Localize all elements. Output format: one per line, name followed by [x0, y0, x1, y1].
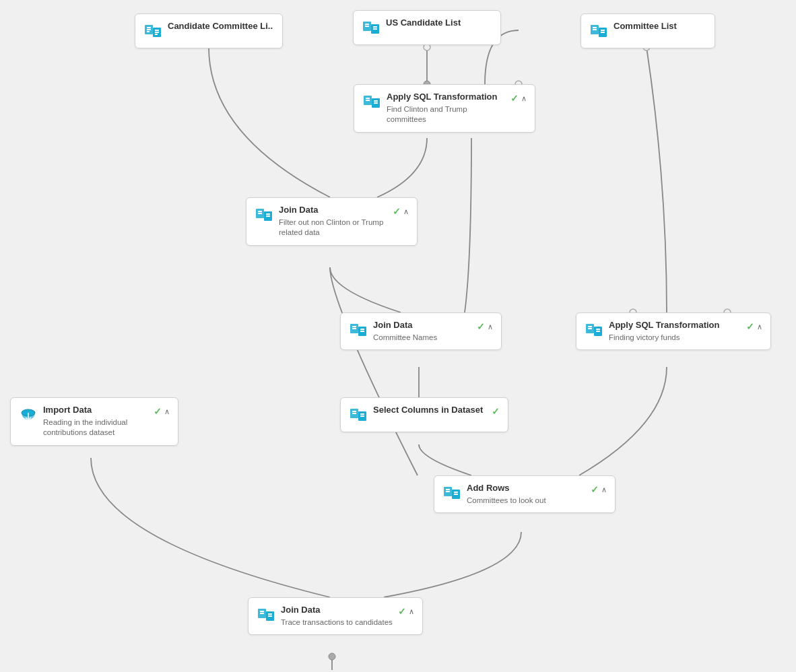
dataset-icon [143, 22, 162, 41]
chevron-icon-2[interactable]: ∧ [403, 207, 409, 216]
node-join-filter-actions: ✓ ∧ [393, 206, 409, 217]
check-icon-3: ✓ [477, 321, 485, 332]
svg-rect-56 [360, 415, 364, 417]
svg-rect-50 [596, 331, 600, 332]
svg-rect-37 [266, 213, 270, 215]
check-icon-2: ✓ [393, 206, 401, 217]
svg-rect-38 [266, 215, 270, 217]
svg-rect-67 [260, 611, 264, 612]
dataset-icon-3 [589, 22, 608, 41]
node-add-rows-subtitle: Committees to look out [467, 496, 585, 506]
join-trace-icon [257, 606, 275, 625]
workflow-canvas: Candidate Committee Li.. US Candidate Li… [0, 0, 796, 672]
svg-rect-68 [260, 613, 264, 614]
svg-rect-70 [268, 613, 272, 615]
node-committee-list-content: Committee List [613, 21, 706, 32]
chevron-icon-3[interactable]: ∧ [488, 323, 493, 331]
svg-rect-31 [374, 100, 378, 102]
node-join-data-committee[interactable]: Join Data Committee Names ✓ ∧ [340, 312, 502, 350]
svg-rect-44 [360, 331, 364, 332]
svg-rect-20 [373, 28, 377, 30]
svg-rect-55 [360, 413, 364, 415]
select-icon [349, 406, 368, 425]
node-import-title: Import Data [43, 405, 148, 416]
node-join-committee-content: Join Data Committee Names [373, 320, 471, 343]
svg-rect-9 [147, 29, 151, 30]
svg-rect-35 [258, 213, 262, 214]
node-apply-sql-1-content: Apply SQL Transformation Find Clinton an… [387, 92, 505, 125]
node-join-trace-actions: ✓ ∧ [398, 606, 414, 617]
chevron-icon-7[interactable]: ∧ [601, 485, 607, 494]
chevron-icon-6[interactable]: ∧ [164, 407, 170, 416]
svg-rect-12 [155, 30, 159, 31]
svg-rect-52 [352, 411, 356, 412]
node-select-columns-actions: ✓ [492, 406, 500, 417]
node-candidate-committee-title: Candidate Committee Li.. [168, 21, 274, 32]
node-apply-sql-2-subtitle: Finding victory funds [609, 333, 741, 343]
svg-rect-14 [155, 34, 158, 35]
node-join-committee-title: Join Data [373, 320, 471, 331]
svg-rect-13 [155, 32, 159, 33]
node-import-data[interactable]: Import Data Reading in the individual co… [10, 397, 178, 446]
node-apply-sql-1-actions: ✓ ∧ [510, 93, 527, 104]
dataset-icon-2 [362, 19, 380, 38]
join-icon-1 [255, 206, 273, 225]
svg-rect-25 [601, 30, 605, 31]
node-candidate-committee[interactable]: Candidate Committee Li.. [135, 13, 283, 48]
transform-icon-2 [585, 321, 603, 340]
node-join-committee-subtitle: Committee Names [373, 333, 471, 343]
node-apply-sql-2-actions: ✓ ∧ [746, 321, 762, 332]
svg-rect-43 [360, 329, 364, 330]
svg-rect-28 [366, 98, 370, 99]
node-us-candidate-content: US Candidate List [386, 18, 492, 29]
chevron-icon-8[interactable]: ∧ [409, 607, 414, 616]
node-candidate-committee-content: Candidate Committee Li.. [168, 21, 274, 32]
svg-rect-17 [365, 26, 369, 27]
chevron-icon-4[interactable]: ∧ [757, 323, 762, 331]
svg-rect-10 [147, 31, 150, 32]
svg-rect-62 [446, 491, 450, 492]
node-join-data-filter[interactable]: Join Data Filter out non Clinton or Trum… [246, 197, 418, 246]
node-us-candidate-title: US Candidate List [386, 18, 492, 29]
check-icon-8: ✓ [398, 606, 406, 617]
node-join-data-trace[interactable]: Join Data Trace transactions to candidat… [248, 597, 423, 635]
node-committee-list-title: Committee List [613, 21, 706, 32]
node-add-rows-title: Add Rows [467, 483, 585, 494]
node-join-trace-content: Join Data Trace transactions to candidat… [281, 605, 393, 628]
svg-rect-16 [365, 24, 369, 25]
node-select-columns-title: Select Columns in Dataset [373, 405, 486, 416]
node-select-columns[interactable]: Select Columns in Dataset ✓ [340, 397, 508, 432]
svg-rect-32 [374, 102, 378, 104]
node-us-candidate[interactable]: US Candidate List [353, 10, 501, 45]
node-apply-sql-1[interactable]: Apply SQL Transformation Find Clinton an… [354, 84, 535, 133]
svg-rect-64 [454, 492, 458, 493]
svg-rect-40 [352, 326, 356, 327]
svg-rect-8 [147, 27, 151, 28]
node-join-filter-content: Join Data Filter out non Clinton or Trum… [279, 205, 387, 238]
svg-rect-47 [588, 328, 592, 329]
svg-rect-19 [373, 26, 377, 28]
check-icon-7: ✓ [591, 484, 599, 495]
node-apply-sql-2[interactable]: Apply SQL Transformation Finding victory… [576, 312, 771, 350]
check-icon-5: ✓ [492, 406, 500, 417]
import-icon [19, 406, 38, 425]
svg-point-6 [329, 653, 335, 660]
svg-rect-22 [593, 27, 597, 28]
node-add-rows[interactable]: Add Rows Committees to look out ✓ ∧ [434, 475, 616, 513]
node-apply-sql-2-title: Apply SQL Transformation [609, 320, 741, 331]
node-join-filter-subtitle: Filter out non Clinton or Trump related … [279, 217, 387, 238]
addrows-icon [442, 484, 461, 503]
svg-rect-61 [446, 489, 450, 490]
node-join-trace-title: Join Data [281, 605, 393, 616]
node-import-content: Import Data Reading in the individual co… [43, 405, 148, 438]
chevron-icon-1[interactable]: ∧ [521, 94, 527, 103]
node-select-columns-content: Select Columns in Dataset [373, 405, 486, 416]
node-apply-sql-1-subtitle: Find Clinton and Trump committees [387, 104, 505, 125]
node-import-actions: ✓ ∧ [154, 406, 170, 417]
join-icon-2 [349, 321, 368, 340]
node-committee-list[interactable]: Committee List [581, 13, 715, 48]
svg-rect-65 [454, 494, 458, 495]
check-icon-4: ✓ [746, 321, 754, 332]
svg-rect-41 [352, 328, 356, 329]
node-join-filter-title: Join Data [279, 205, 387, 216]
